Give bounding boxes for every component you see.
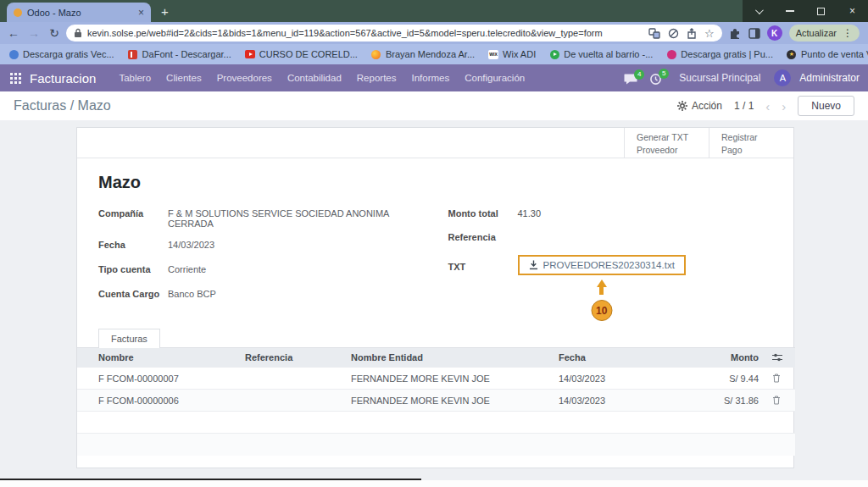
bookmark-item[interactable]: WIXWix ADI <box>488 49 536 59</box>
window-close-button[interactable]: × <box>837 0 868 22</box>
col-referencia[interactable]: Referencia <box>238 348 344 368</box>
actualizar-button[interactable]: Actualizar ⋮ <box>789 25 860 42</box>
generar-txt-proveedor-button[interactable]: Generar TXT Proveedor <box>624 128 709 158</box>
bookmark-item[interactable]: De vuelta al barrio -... <box>549 49 653 59</box>
translate-icon[interactable] <box>648 28 660 39</box>
wix-icon: WIX <box>488 49 498 59</box>
pager-previous-icon[interactable]: ‹ <box>765 100 770 113</box>
delete-row-button[interactable] <box>765 390 795 412</box>
window-menu-button[interactable] <box>743 0 774 22</box>
apps-menu-button[interactable] <box>0 73 30 84</box>
bookmark-item[interactable]: Descarga gratis | Pu... <box>666 49 773 59</box>
activities-button[interactable]: 5 <box>649 71 665 86</box>
bookmark-label: CURSO DE CORELD... <box>259 49 358 59</box>
app-name[interactable]: Facturacion <box>30 71 111 86</box>
url-text[interactable]: kevin.solse.pe/web#id=2&cids=1&bids=1&me… <box>87 28 643 38</box>
bookmark-star-icon[interactable]: ☆ <box>704 27 715 40</box>
bookmark-item[interactable]: DaFont - Descargar... <box>128 49 231 59</box>
page-info-icon[interactable] <box>668 28 679 39</box>
empty-row <box>77 412 795 434</box>
side-panel-icon[interactable] <box>748 28 760 39</box>
empty-row <box>77 434 795 456</box>
column-options-icon <box>772 353 782 362</box>
nav-item-configuracion[interactable]: Configuración <box>457 64 532 91</box>
cell-referencia <box>238 390 344 412</box>
nav-item-proveedores[interactable]: Proveedores <box>209 64 280 91</box>
breadcrumb[interactable]: Facturas / Mazo <box>14 98 111 113</box>
back-button[interactable]: ← <box>5 26 22 40</box>
cell-nombre: F FCOM-00000006 <box>77 390 238 412</box>
bookmark-label: Punto de venta Ven... <box>801 49 868 59</box>
nav-item-tablero[interactable]: Tablero <box>111 64 159 91</box>
cell-fecha: 14/03/2023 <box>552 390 687 412</box>
col-entidad[interactable]: Nombre Entidad <box>344 348 552 368</box>
nav-item-contabilidad[interactable]: Contabilidad <box>280 64 349 91</box>
browser-toolbar: ← → ↻ kevin.solse.pe/web#id=2&cids=1&bid… <box>0 22 868 44</box>
url-bar[interactable]: kevin.solse.pe/web#id=2&cids=1&bids=1&me… <box>66 25 722 42</box>
table-row[interactable]: F FCOM-00000007 FERNANDEZ MORE KEVIN JOE… <box>77 368 795 390</box>
nav-item-clientes[interactable]: Clientes <box>159 64 209 91</box>
col-fecha[interactable]: Fecha <box>552 348 687 368</box>
cell-referencia <box>238 368 344 390</box>
window-minimize-button[interactable] <box>774 0 805 22</box>
cell-fecha: 14/03/2023 <box>552 368 687 390</box>
activities-badge: 5 <box>659 69 669 79</box>
pager-next-icon[interactable]: › <box>782 100 786 113</box>
cell-entidad: FERNANDEZ MORE KEVIN JOE <box>344 368 552 390</box>
col-nombre[interactable]: Nombre <box>77 348 238 368</box>
new-record-button[interactable]: Nuevo <box>798 96 854 116</box>
col-monto[interactable]: Monto <box>687 348 765 368</box>
bookmark-label: De vuelta al barrio -... <box>564 49 653 59</box>
toolbar-right: K Actualizar ⋮ <box>726 25 863 42</box>
forward-button[interactable]: → <box>25 26 42 40</box>
compania-value[interactable]: F & M SOLUTIONS SERVICE SOCIEDAD ANONIMA… <box>168 207 423 229</box>
new-tab-button[interactable]: + <box>161 4 169 19</box>
extensions-puzzle-icon[interactable] <box>729 27 742 40</box>
table-row[interactable]: F FCOM-00000006 FERNANDEZ MORE KEVIN JOE… <box>77 390 795 412</box>
button-line: Pago <box>721 144 782 157</box>
col-options[interactable] <box>765 348 795 368</box>
browser-menu-icon[interactable]: ⋮ <box>843 27 853 39</box>
delete-row-button[interactable] <box>765 368 795 390</box>
lock-icon <box>74 28 82 38</box>
nav-item-informes[interactable]: Informes <box>403 64 457 91</box>
txt-download-link[interactable]: PROVEEDORES20230314.txt <box>518 255 686 275</box>
company-switcher[interactable]: Sucursal Principal <box>674 72 765 84</box>
bookmark-item[interactable]: Descarga gratis Vec... <box>8 49 114 59</box>
cell-monto: S/ 9.44 <box>687 368 765 390</box>
tipo-cuenta-value[interactable]: Corriente <box>168 263 206 274</box>
txt-label: TXT <box>448 255 518 272</box>
pager-value: 1 / 1 <box>734 100 754 112</box>
trash-icon <box>772 396 781 405</box>
record-title: Mazo <box>98 173 772 192</box>
urlbar-actions: ☆ <box>648 27 715 40</box>
form-statusbar: Generar TXT Proveedor Registrar Pago <box>77 128 793 158</box>
action-label: Acción <box>692 100 722 112</box>
maximize-icon <box>817 8 825 15</box>
tab-close-icon[interactable]: × <box>138 8 144 18</box>
window-maximize-button[interactable] <box>805 0 837 22</box>
action-menu-button[interactable]: Acción <box>677 100 722 112</box>
cuenta-cargo-value[interactable]: Banco BCP <box>168 287 216 299</box>
tab-facturas[interactable]: Facturas <box>98 329 160 348</box>
main-content: Generar TXT Proveedor Registrar Pago Maz… <box>0 120 868 487</box>
messages-button[interactable]: 4 <box>624 72 641 85</box>
user-avatar[interactable]: A <box>774 69 791 86</box>
chevron-down-icon <box>755 6 764 14</box>
txt-filename: PROVEEDORES20230314.txt <box>543 260 675 270</box>
button-line: Proveedor <box>637 144 697 157</box>
browser-tab[interactable]: Odoo - Mazo × <box>7 3 151 22</box>
nav-item-reportes[interactable]: Reportes <box>349 64 404 91</box>
reload-button[interactable]: ↻ <box>46 26 63 40</box>
bookmark-item[interactable]: CURSO DE CORELD... <box>245 49 358 59</box>
user-name[interactable]: Administrator <box>799 72 860 84</box>
screen: Odoo - Mazo × + × ← → ↻ kevin.solse.pe/w… <box>0 0 868 487</box>
bookmark-item[interactable]: Brayan Mendoza Ar... <box>371 49 475 59</box>
table-header-row: Nombre Referencia Nombre Entidad Fecha M… <box>77 348 795 368</box>
share-icon[interactable] <box>687 28 697 39</box>
browser-profile-avatar[interactable]: K <box>767 25 782 41</box>
apps-grid-icon <box>10 73 21 84</box>
fecha-value[interactable]: 14/03/2023 <box>168 238 214 250</box>
registrar-pago-button[interactable]: Registrar Pago <box>709 128 793 158</box>
bookmark-item[interactable]: ★Punto de venta Ven... <box>787 49 868 59</box>
